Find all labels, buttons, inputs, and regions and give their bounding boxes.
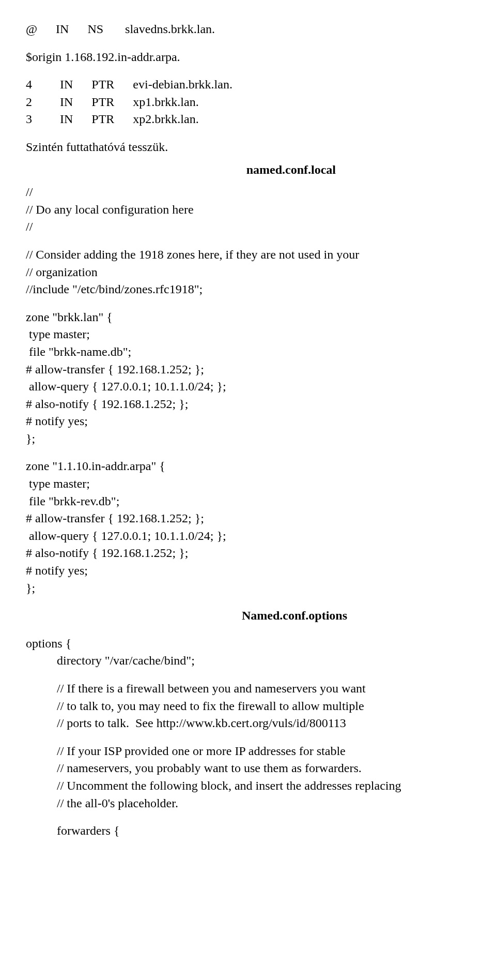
ns-record-line: @ IN NS slavedns.brkk.lan. [26, 21, 470, 38]
runnable-note: Szintén futtathatóvá tesszük. [26, 139, 470, 156]
zone1-type: type master; [26, 326, 470, 343]
local-comment-5: // organization [26, 264, 470, 281]
local-comment-2: // Do any local configuration here [26, 201, 470, 219]
local-comment-3: // [26, 218, 470, 236]
options-comment-firewall-3: // ports to talk. See http://www.kb.cert… [26, 715, 470, 732]
options-comment-isp-1: // If your ISP provided one or more IP a… [26, 743, 470, 760]
zone2-allow-transfer: # allow-transfer { 192.168.1.252; }; [26, 510, 470, 527]
zone2-also-notify: # also-notify { 192.168.1.252; }; [26, 545, 470, 562]
zone1-file: file "brkk-name.db"; [26, 343, 470, 361]
ptr-record-3: 3 IN PTR xp2.brkk.lan. [26, 111, 470, 128]
zone1-close: }; [26, 430, 470, 448]
options-forwarders: forwarders { [26, 822, 470, 840]
heading-named-conf-local: named.conf.local [26, 161, 470, 179]
local-comment-4: // Consider adding the 1918 zones here, … [26, 246, 470, 264]
zone2-file: file "brkk-rev.db"; [26, 493, 470, 510]
options-comment-isp-2: // nameservers, you probably want to use… [26, 760, 470, 777]
zone1-open: zone "brkk.lan" { [26, 309, 470, 326]
zone1-notify: # notify yes; [26, 413, 470, 430]
options-comment-isp-4: // the all-0's placeholder. [26, 795, 470, 812]
zone1-also-notify: # also-notify { 192.168.1.252; }; [26, 396, 470, 413]
heading-named-conf-options: Named.conf.options [26, 607, 470, 625]
origin-line: $origin 1.168.192.in-addr.arpa. [26, 49, 470, 66]
local-comment-1: // [26, 184, 470, 201]
zone1-allow-query: allow-query { 127.0.0.1; 10.1.1.0/24; }; [26, 378, 470, 396]
options-comment-firewall-2: // to talk to, you may need to fix the f… [26, 698, 470, 715]
ptr-record-1: 4 IN PTR evi-debian.brkk.lan. [26, 76, 470, 94]
zone2-close: }; [26, 580, 470, 597]
zone2-type: type master; [26, 475, 470, 493]
zone2-notify: # notify yes; [26, 562, 470, 580]
zone2-open: zone "1.1.10.in-addr.arpa" { [26, 458, 470, 475]
options-directory: directory "/var/cache/bind"; [26, 652, 470, 670]
ptr-record-2: 2 IN PTR xp1.brkk.lan. [26, 94, 470, 111]
options-open: options { [26, 635, 470, 653]
zone2-allow-query: allow-query { 127.0.0.1; 10.1.1.0/24; }; [26, 527, 470, 545]
options-comment-isp-3: // Uncomment the following block, and in… [26, 777, 470, 795]
options-comment-firewall-1: // If there is a firewall between you an… [26, 680, 470, 698]
local-include: //include "/etc/bind/zones.rfc1918"; [26, 281, 470, 298]
zone1-allow-transfer: # allow-transfer { 192.168.1.252; }; [26, 361, 470, 379]
